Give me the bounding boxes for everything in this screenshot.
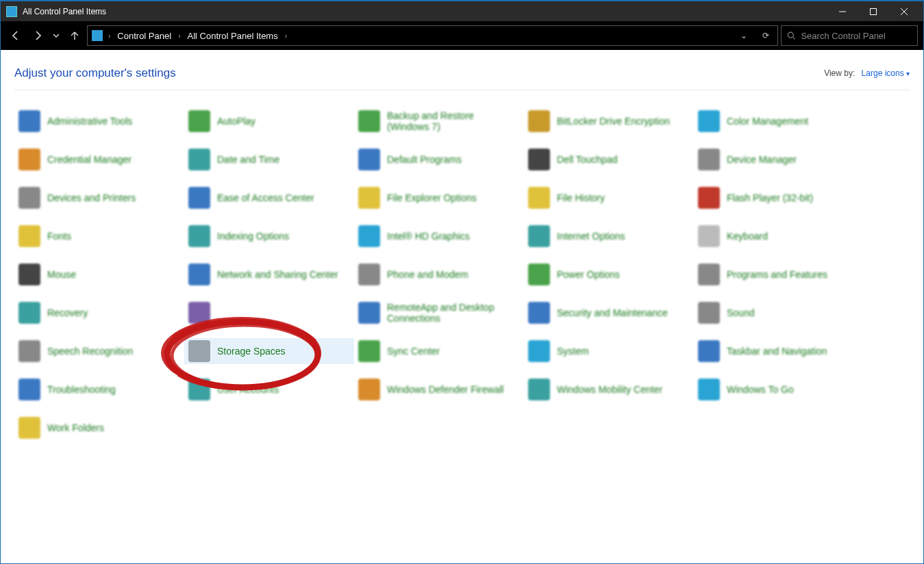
- item-icon: [358, 225, 380, 247]
- item-label: Flash Player (32-bit): [727, 192, 813, 203]
- item-label: Programs and Features: [727, 269, 827, 280]
- back-button[interactable]: [6, 26, 25, 45]
- control-panel-item[interactable]: Speech Recognition: [14, 338, 184, 364]
- item-icon: [18, 187, 40, 209]
- item-icon: [188, 302, 210, 324]
- item-icon: [698, 340, 720, 362]
- item-label: Device Manager: [727, 154, 797, 165]
- item-icon: [188, 225, 210, 247]
- item-icon: [188, 187, 210, 209]
- control-panel-item[interactable]: Internet Options: [524, 223, 694, 249]
- control-panel-item[interactable]: RemoteApp and Desktop Connections: [354, 300, 524, 326]
- item-label: Credential Manager: [47, 154, 132, 165]
- control-panel-item[interactable]: Storage Spaces: [184, 338, 354, 364]
- control-panel-item[interactable]: Troubleshooting: [14, 376, 184, 402]
- viewby-select[interactable]: Large icons ▾: [862, 68, 910, 78]
- control-panel-item[interactable]: Administrative Tools: [14, 108, 184, 134]
- control-panel-icon: [92, 30, 103, 41]
- maximize-button[interactable]: [858, 1, 888, 22]
- item-icon: [188, 264, 210, 285]
- svg-rect-0: [870, 8, 876, 14]
- control-panel-item[interactable]: Phone and Modem: [354, 261, 524, 287]
- chevron-right-icon[interactable]: ›: [284, 32, 288, 40]
- item-icon: [528, 187, 550, 209]
- control-panel-item[interactable]: Windows Mobility Center: [524, 376, 694, 402]
- control-panel-item[interactable]: Device Manager: [694, 146, 864, 172]
- breadcrumb-current[interactable]: All Control Panel Items: [184, 31, 280, 41]
- item-label: Network and Sharing Center: [217, 269, 338, 280]
- item-icon: [358, 187, 380, 209]
- item-label: Speech Recognition: [47, 346, 133, 357]
- control-panel-item[interactable]: Work Folders: [14, 415, 184, 441]
- control-panel-item[interactable]: Flash Player (32-bit): [694, 185, 864, 211]
- control-panel-item[interactable]: Devices and Printers: [14, 185, 184, 211]
- recent-dropdown-button[interactable]: [50, 26, 62, 45]
- control-panel-item[interactable]: Date and Time: [184, 146, 354, 172]
- control-panel-item[interactable]: File History: [524, 185, 694, 211]
- search-box[interactable]: [781, 25, 918, 46]
- control-panel-item[interactable]: System: [524, 338, 694, 364]
- control-panel-item[interactable]: Credential Manager: [14, 146, 184, 172]
- close-button[interactable]: [888, 1, 919, 22]
- item-icon: [528, 379, 550, 400]
- item-label: Date and Time: [217, 154, 279, 165]
- control-panel-item[interactable]: Network and Sharing Center: [184, 261, 354, 287]
- item-label: Windows To Go: [727, 384, 794, 395]
- item-icon: [698, 379, 720, 400]
- control-panel-item[interactable]: Intel® HD Graphics: [354, 223, 524, 249]
- control-panel-item[interactable]: User Accounts: [184, 376, 354, 402]
- svg-point-1: [788, 32, 793, 38]
- control-panel-item[interactable]: Taskbar and Navigation: [694, 338, 864, 364]
- search-input[interactable]: [801, 31, 912, 41]
- item-label: Work Folders: [47, 422, 104, 433]
- control-panel-item[interactable]: Windows Defender Firewall: [354, 376, 524, 402]
- control-panel-item[interactable]: Security and Maintenance: [524, 300, 694, 326]
- control-panel-item[interactable]: Fonts: [14, 223, 184, 249]
- item-icon: [528, 110, 550, 132]
- control-panel-item[interactable]: File Explorer Options: [354, 185, 524, 211]
- control-panel-item[interactable]: Power Options: [524, 261, 694, 287]
- item-icon: [358, 379, 380, 400]
- chevron-right-icon[interactable]: ›: [107, 32, 112, 40]
- item-label: Dell Touchpad: [557, 154, 617, 165]
- control-panel-item[interactable]: Sound: [694, 300, 864, 326]
- item-icon: [698, 149, 720, 170]
- chevron-right-icon[interactable]: ›: [177, 32, 182, 40]
- up-button[interactable]: [65, 26, 84, 45]
- control-panel-item[interactable]: Color Management: [694, 108, 864, 134]
- address-bar[interactable]: › Control Panel › All Control Panel Item…: [87, 25, 778, 46]
- item-label: Sound: [727, 307, 754, 318]
- control-panel-item[interactable]: Keyboard: [694, 223, 864, 249]
- control-panel-item[interactable]: Indexing Options: [184, 223, 354, 249]
- control-panel-item[interactable]: Windows To Go: [694, 376, 864, 402]
- item-icon: [18, 149, 40, 170]
- control-panel-item[interactable]: AutoPlay: [184, 108, 354, 134]
- control-panel-item[interactable]: BitLocker Drive Encryption: [524, 108, 694, 134]
- control-panel-item[interactable]: Sync Center: [354, 338, 524, 364]
- control-panel-item[interactable]: Backup and Restore (Windows 7): [354, 108, 524, 134]
- item-label: Storage Spaces: [217, 346, 286, 357]
- item-label: Color Management: [727, 116, 808, 127]
- refresh-button[interactable]: ⟳: [757, 31, 775, 40]
- content-area: Adjust your computer's settings View by:…: [1, 50, 923, 453]
- item-icon: [188, 340, 210, 362]
- control-panel-item[interactable]: Ease of Access Center: [184, 185, 354, 211]
- item-label: File History: [557, 192, 605, 203]
- control-panel-item[interactable]: Default Programs: [354, 146, 524, 172]
- breadcrumb-root[interactable]: Control Panel: [114, 31, 174, 41]
- item-icon: [698, 110, 720, 132]
- item-icon: [18, 110, 40, 132]
- forward-button[interactable]: [28, 26, 47, 45]
- control-panel-item[interactable]: Mouse: [14, 261, 184, 287]
- item-label: Windows Mobility Center: [557, 384, 662, 395]
- control-panel-item[interactable]: Recovery: [14, 300, 184, 326]
- control-panel-item[interactable]: Programs and Features: [694, 261, 864, 287]
- address-dropdown-button[interactable]: ⌄: [735, 31, 753, 40]
- item-label: System: [557, 346, 589, 357]
- control-panel-item[interactable]: Dell Touchpad: [524, 146, 694, 172]
- minimize-button[interactable]: [827, 1, 858, 22]
- item-icon: [358, 149, 380, 170]
- control-panel-item[interactable]: [184, 300, 354, 326]
- titlebar: All Control Panel Items: [1, 1, 923, 21]
- item-label: Power Options: [557, 269, 620, 280]
